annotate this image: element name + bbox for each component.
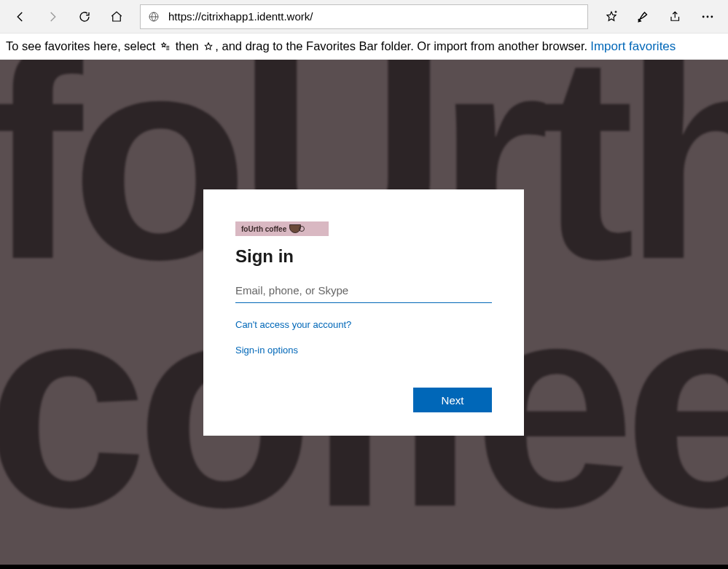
coffee-cup-icon [289, 224, 301, 233]
fav-text-1: To see favorites here, select [6, 39, 155, 53]
favorites-hint: To see favorites here, select then , and… [6, 39, 587, 53]
globe-icon [148, 11, 160, 23]
more-button[interactable] [692, 2, 724, 31]
more-icon [700, 9, 715, 24]
next-button[interactable]: Next [413, 388, 492, 412]
home-button[interactable] [101, 2, 133, 31]
signin-options-link[interactable]: Sign-in options [235, 345, 298, 356]
share-icon [669, 10, 682, 23]
svg-point-1 [702, 15, 705, 17]
svg-point-2 [707, 15, 709, 17]
brand-name: foUrth coffee [241, 225, 286, 233]
svg-point-3 [711, 15, 713, 17]
share-button[interactable] [659, 2, 692, 31]
brand-banner: foUrth coffee [235, 221, 329, 236]
login-name-input[interactable] [235, 280, 492, 303]
site-identity-icon[interactable] [146, 11, 161, 23]
address-bar-container [140, 4, 588, 29]
page-content: foUrth coffee foUrth coffee Sign in Can'… [0, 60, 728, 569]
refresh-icon [78, 10, 91, 23]
address-bar[interactable] [140, 4, 588, 29]
browser-toolbar [0, 0, 728, 34]
signin-title: Sign in [235, 246, 492, 267]
favorites-button[interactable] [595, 2, 627, 31]
cant-access-link[interactable]: Can't access your account? [235, 319, 351, 330]
fav-text-2: then [176, 39, 199, 53]
refresh-button[interactable] [69, 2, 101, 31]
favorites-bar: To see favorites here, select then , and… [0, 34, 728, 60]
back-button[interactable] [4, 2, 36, 31]
reading-list-button[interactable] [627, 2, 659, 31]
bottom-border [0, 565, 728, 569]
star-outline-icon [203, 42, 214, 52]
signin-card: foUrth coffee Sign in Can't access your … [203, 189, 524, 436]
forward-button[interactable] [36, 2, 69, 31]
toolbar-right [595, 2, 724, 31]
import-favorites-link[interactable]: Import favorites [590, 39, 676, 54]
pen-icon [637, 10, 650, 23]
home-icon [110, 10, 123, 23]
url-input[interactable] [168, 10, 582, 23]
star-lines-icon [160, 42, 171, 52]
arrow-left-icon [14, 10, 27, 23]
button-row: Next [235, 388, 492, 412]
fav-text-3: , and drag to the Favorites Bar folder. … [215, 39, 587, 53]
arrow-right-icon [46, 10, 59, 23]
star-add-icon [605, 10, 618, 23]
